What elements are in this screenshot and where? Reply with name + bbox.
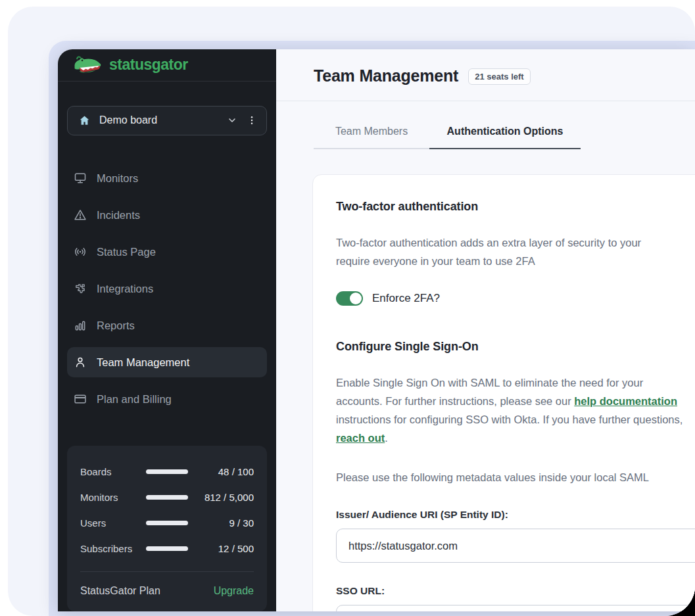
kebab-menu-icon[interactable]	[247, 114, 257, 126]
sso-url-label: SSO URL:	[336, 585, 695, 597]
main-header: Team Management 21 seats left	[276, 49, 695, 85]
sso-description: Enable Single Sign On with SAML to elimi…	[336, 373, 695, 447]
app-window: statusgator Demo board	[58, 49, 695, 611]
tab-authentication-options[interactable]: Authentication Options	[429, 126, 581, 149]
usage-value: 12 / 500	[188, 543, 254, 554]
help-documentation-link[interactable]: help documentation	[574, 395, 677, 407]
sidebar-item-label: Plan and Billing	[97, 393, 172, 406]
board-selector-label: Demo board	[99, 114, 227, 126]
sidebar-nav: Monitors Incidents Status Page	[58, 163, 276, 421]
sidebar-item-plan-billing[interactable]: Plan and Billing	[67, 384, 267, 414]
authentication-card: Two-factor authentication Two-factor aut…	[312, 174, 695, 611]
issuer-uri-input[interactable]	[336, 529, 695, 563]
tab-bar: Team Members Authentication Options	[314, 126, 695, 149]
sso-url-input[interactable]	[336, 605, 695, 611]
sidebar-item-label: Incidents	[97, 209, 140, 222]
usage-progress-bar	[146, 546, 188, 551]
sidebar-item-label: Reports	[97, 320, 135, 332]
usage-label: Subscribers	[80, 543, 146, 554]
twofa-heading: Two-factor authentication	[336, 200, 695, 214]
usage-label: Boards	[80, 466, 146, 477]
sidebar-item-label: Monitors	[97, 172, 138, 185]
warning-triangle-icon	[74, 208, 87, 222]
sidebar-item-integrations[interactable]: Integrations	[67, 273, 267, 304]
issuer-uri-label: Issuer/ Audience URI (SP Entity ID):	[336, 509, 695, 521]
sso-heading: Configure Single Sign-On	[336, 340, 695, 354]
statusgator-gator-icon	[72, 53, 103, 77]
sidebar-item-incidents[interactable]: Incidents	[67, 200, 267, 230]
sidebar-item-label: Status Page	[97, 246, 156, 258]
toggle-knob	[350, 293, 362, 304]
tab-team-members[interactable]: Team Members	[314, 126, 429, 149]
usage-value: 48 / 100	[188, 466, 254, 477]
main-content: Team Management 21 seats left Team Membe…	[276, 49, 695, 611]
seats-left-badge: 21 seats left	[468, 68, 530, 85]
usage-label: Users	[80, 517, 146, 529]
reach-out-link[interactable]: reach out	[336, 432, 385, 444]
twofa-description: Two-factor authentication adds an extra …	[336, 233, 695, 270]
usage-label: Monitors	[80, 492, 146, 503]
logo-bar: statusgator	[58, 49, 276, 82]
usage-row-monitors: Monitors 812 / 5,000	[80, 485, 254, 510]
usage-progress-bar	[146, 495, 188, 500]
broadcast-icon	[74, 245, 87, 258]
person-icon	[74, 356, 87, 369]
usage-panel: Boards 48 / 100 Monitors 812 / 5,000 Use…	[67, 446, 267, 611]
metadata-note: Please use the following metadata values…	[336, 468, 695, 486]
usage-progress-bar	[146, 469, 188, 474]
credit-card-icon	[74, 392, 87, 406]
home-icon	[78, 114, 91, 127]
enforce-2fa-toggle[interactable]	[336, 291, 363, 306]
chevron-down-icon[interactable]	[227, 115, 237, 126]
usage-value: 812 / 5,000	[188, 492, 254, 503]
enforce-2fa-row: Enforce 2FA?	[336, 291, 695, 306]
stage-background: statusgator Demo board	[8, 7, 695, 616]
usage-row-subscribers: Subscribers 12 / 500	[80, 536, 254, 561]
bar-chart-icon	[74, 319, 87, 332]
sidebar: statusgator Demo board	[58, 49, 276, 611]
statusgator-wordmark: statusgator	[109, 56, 188, 74]
sidebar-item-label: Integrations	[97, 283, 153, 295]
sidebar-item-status-page[interactable]: Status Page	[67, 237, 267, 267]
plan-row: StatusGator Plan Upgrade	[80, 572, 254, 611]
usage-value: 9 / 30	[188, 517, 254, 529]
sidebar-item-label: Team Management	[97, 356, 189, 369]
usage-row-users: Users 9 / 30	[80, 510, 254, 536]
usage-progress-bar	[146, 521, 188, 525]
puzzle-icon	[74, 282, 87, 295]
header-divider	[276, 101, 695, 101]
sidebar-item-reports[interactable]: Reports	[67, 310, 267, 341]
usage-row-boards: Boards 48 / 100	[80, 459, 254, 485]
upgrade-link[interactable]: Upgrade	[214, 585, 254, 597]
page-title: Team Management	[314, 66, 458, 85]
monitor-icon	[74, 172, 87, 185]
board-selector[interactable]: Demo board	[67, 106, 267, 135]
sidebar-item-team-management[interactable]: Team Management	[67, 347, 267, 377]
sidebar-item-monitors[interactable]: Monitors	[67, 163, 267, 193]
enforce-2fa-label: Enforce 2FA?	[372, 292, 440, 305]
plan-label: StatusGator Plan	[80, 585, 160, 597]
